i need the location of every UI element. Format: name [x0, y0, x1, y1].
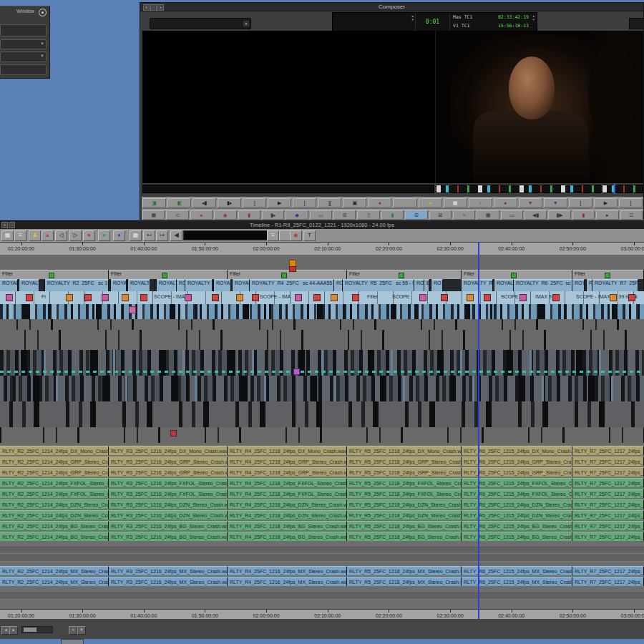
source-clip-name-menu[interactable]: ▼ [150, 18, 251, 29]
mark-out-icon[interactable]: ↦ [156, 230, 168, 241]
marker-dark-red-button[interactable]: ▼ [519, 198, 542, 208]
audio-clip[interactable]: RLTY_R3_25FC_1216_24fps_DX_Mono_Crash.wa… [109, 446, 228, 455]
locator-blue-button[interactable]: ◆ [286, 210, 308, 220]
effect-icon[interactable] [467, 294, 474, 301]
audio-clip[interactable]: RLTY_R2_25FC_1214_24fps_GRP_Stereo_Crash… [0, 457, 109, 466]
dot-red-button[interactable]: ● [190, 210, 213, 220]
track-dense-2[interactable] [0, 376, 644, 401]
dot-blue-icon[interactable]: ● [113, 230, 125, 241]
royalty-clip[interactable]: ROYALTY_R6_25FC_sc 90 [514, 279, 572, 291]
audio-clip[interactable]: RLTY_R7_25FC_1217_24fps_FXFOL_Stereo_Cra… [572, 489, 644, 498]
audio-clip[interactable]: RLTY_R3_25FC_1216_24fps_GRP_Stereo_Crash… [109, 467, 228, 477]
bin-text-field-2[interactable] [0, 64, 47, 75]
step-forward-button[interactable]: ▮▸ [218, 198, 241, 208]
zoom-in-icon[interactable]: ✕ [77, 626, 86, 635]
audio-clip[interactable]: RLTY_R4_25FC_1218_24fps_GRP_Stereo_Crash… [228, 457, 347, 466]
audio-clip[interactable]: RLTY_R2_25FC_1214_24fps_DZN_Stereo_Crash… [0, 499, 109, 509]
bin-text-field[interactable] [0, 24, 47, 36]
effect-icon[interactable] [331, 294, 338, 301]
royalty-clip[interactable]: ROYALTY_R3 [185, 279, 213, 291]
royalty-clip[interactable]: ROYA [214, 279, 231, 291]
audio-clip[interactable]: RLTY_R3_25FC_1216_24fps_FXFOL_Stereo_Cra… [109, 489, 228, 498]
audio-clip[interactable]: RLTY_R3_25FC_1216_24fps_BG_Stereo_Crash.… [109, 521, 228, 530]
desktop-taskbar-item[interactable] [61, 639, 84, 644]
video-track-effects[interactable]: FiSCOPE - IMASCOPE - IMAFillerSCOPESCOPE… [0, 291, 644, 304]
prev-edit-button[interactable]: ◀▮ [525, 210, 547, 220]
audio-clip[interactable]: RLTY_R4_25FC_1218_24fps_DX_Mono_Crash.wa… [228, 446, 347, 455]
menu-icon[interactable]: ≡ [267, 230, 279, 241]
royalty-clip[interactable]: ROY [572, 279, 585, 291]
audio-clip[interactable]: RLTY_R4_25FC_1216_24fps_MX_Stereo_Crash.… [228, 566, 347, 575]
bar-red-2-button[interactable]: ▮ [572, 210, 595, 220]
track-medium-1[interactable] [0, 401, 644, 427]
play-small-button[interactable]: ▸ [596, 210, 618, 220]
effect-icon[interactable] [484, 294, 491, 301]
effect-icon[interactable] [185, 294, 192, 301]
timeline-titlebar[interactable]: x - Timeline - R1-R9_25FC_0122_1221 - 19… [0, 221, 644, 229]
marker-red-button[interactable]: ● [494, 198, 517, 208]
link-button[interactable]: ⊂ [166, 210, 188, 220]
filler-clip[interactable]: Filler [228, 270, 347, 279]
audio-clip[interactable]: RLTY_R5_25FC_1218_24fps_DZN_Stereo_Crash… [347, 499, 462, 509]
grid-icon[interactable]: ▦ [130, 230, 142, 241]
audio-clip[interactable]: RLTY_R2_25FC_1214_24fps_FXFOL_Stereo_Cra… [0, 489, 109, 498]
play-button[interactable]: ▶ [268, 198, 291, 208]
source-monitor[interactable] [142, 31, 435, 183]
box-2-button[interactable]: ▭ [501, 210, 523, 220]
mark-in-button[interactable]: ]▮ [142, 198, 166, 208]
zoom-icon[interactable]: + [157, 4, 164, 11]
go-to-out-button[interactable]: ] [243, 198, 266, 208]
track-sparse-3[interactable] [0, 427, 644, 443]
effect-icon[interactable] [84, 294, 92, 301]
audio-clip[interactable]: RLTY_R5_25FC_1218_24fps_MX_Stereo_Crash.… [347, 577, 462, 586]
dot-red-icon[interactable]: ● [83, 230, 95, 241]
mark-out-button[interactable]: ▮[ [167, 198, 191, 208]
dot-red-2-button[interactable]: ◉ [214, 210, 236, 220]
spinner-carets-icon[interactable]: ▲▼ [411, 14, 414, 21]
track-panel-icon[interactable]: ≡ [14, 230, 26, 241]
minimize-icon[interactable]: - [9, 222, 15, 228]
effect-icon[interactable] [441, 294, 448, 301]
audio-clip[interactable]: RLTY_R7_25FC_1217_24fps_FXFOL_Stereo_Cra… [572, 478, 644, 487]
royalty-clip[interactable]: ROYALTY [19, 279, 39, 291]
audio-clip[interactable]: RLTY_R2_25FC_1214_24fps_GRP_Stereo_Crash… [0, 467, 109, 477]
royalty-clip[interactable]: ROYALT [111, 279, 127, 291]
grid-button[interactable]: ▦ [444, 198, 467, 208]
chevron-down-icon[interactable]: ▼ [243, 21, 249, 26]
audio-clip[interactable]: RLTY_R5_25FC_1218_24fps_FXFOL_Stereo_Cra… [347, 489, 462, 498]
audio-clip[interactable]: RLTY_R3_25FC_1216_24fps_DZN_Stereo_Crash… [109, 499, 228, 509]
bar-green-button[interactable]: ▮ [381, 210, 404, 220]
royalty-clip[interactable]: ROYAL [0, 279, 18, 291]
effect-icon[interactable] [102, 294, 109, 301]
audio-clip[interactable]: RLTY_R5_25FC_1218_24fps_DZN_Stereo_Crash… [347, 510, 462, 519]
timeline-ruler-top[interactable]: 01:20:00:0001:30:00:0001:40:00:0001:50:0… [0, 242, 644, 255]
audio-clip[interactable]: RLTY_R4_25FC_1218_24fps_DZN_Stereo_Crash… [228, 499, 347, 509]
audio-clip[interactable]: RLTY_R3_25FC_1216_24fps_MX_Stereo_Crash.… [109, 566, 228, 575]
royalty-clip[interactable]: ROYALTY_R5_25FC_ sc 55 - 90 [343, 279, 414, 291]
minimize-icon[interactable]: - [150, 4, 157, 11]
effect-icon[interactable] [122, 294, 129, 301]
effect-icon[interactable] [212, 294, 219, 301]
timeline-fast-menu-icon[interactable]: ▦ [1, 230, 14, 241]
effect-icon[interactable] [252, 294, 259, 301]
scrollbar-thumb[interactable] [24, 628, 36, 632]
close-icon[interactable]: x [1, 222, 8, 228]
close-icon[interactable]: x [143, 4, 150, 11]
timeline-scrollbar[interactable] [21, 626, 53, 633]
effect-icon[interactable] [236, 294, 243, 301]
audio-clip[interactable]: RLTY_R7_25FC_1217_24fps_MX_Stereo_Crash.… [572, 566, 644, 575]
empty-audio-track-1[interactable] [0, 547, 644, 554]
audio-clip[interactable]: RLTY_R4_25FC_1218_24fps_DZN_Stereo_Crash… [228, 510, 347, 519]
marker-yellow-button[interactable]: ● [393, 198, 416, 208]
smart-tool-arrow-icon[interactable]: ♟ [29, 230, 41, 241]
effect-icon[interactable] [313, 294, 321, 301]
filler-clip[interactable]: Filler [572, 270, 644, 279]
composer-right-menu[interactable] [629, 18, 644, 29]
audio-clip[interactable]: RLTY_R2_25FC_1214_24fps_FXFOL_Stereo_Cra… [0, 478, 109, 487]
text-tool-icon[interactable]: T [303, 230, 316, 241]
play-in-out-button[interactable]: ][ [318, 198, 341, 208]
bin-dropdown-1[interactable]: ▼ [0, 39, 47, 49]
royalty-clip[interactable]: ROYALT [233, 279, 250, 291]
audio-clip[interactable]: RLTY_R4_25FC_1218_24fps_FXFOL_Stereo_Cra… [228, 489, 347, 498]
trim-mode-button[interactable]: ▣ [343, 198, 366, 208]
